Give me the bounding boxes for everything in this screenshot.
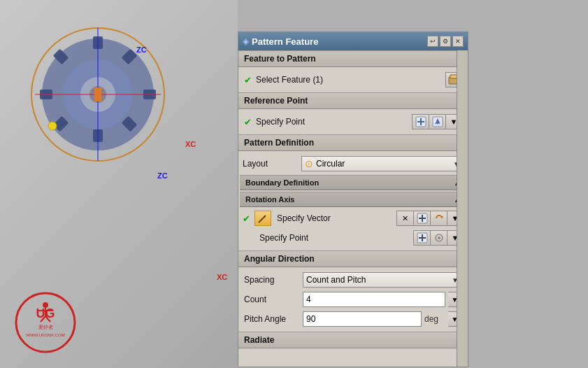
restore-button[interactable]: ↩ (427, 36, 438, 47)
specify-vector-rotate-btn[interactable] (430, 211, 447, 226)
feature-to-pattern-header[interactable]: Feature to Pattern ▲ (238, 50, 468, 67)
panel-icon: ◈ (243, 36, 249, 46)
specify-vector-row: ✔ Specify Vector ✕ ▼ (240, 208, 466, 228)
titlebar-buttons: ↩ ⚙ ✕ (427, 36, 464, 47)
svg-point-16 (48, 122, 57, 130)
feature-to-pattern-content: ✔ Select Feature (1) (238, 67, 468, 92)
pitch-angle-suffix: deg (424, 314, 445, 324)
zc-label: ZC (157, 171, 168, 180)
layout-value: Circular (316, 159, 345, 169)
pattern-definition-label: Pattern Definition (244, 138, 314, 148)
specify-vector-check: ✔ (243, 213, 250, 224)
specify-vector-btn[interactable] (254, 211, 271, 226)
pitch-angle-row: Pitch Angle deg ▼ (241, 309, 465, 329)
3d-model (21, 14, 175, 168)
spacing-label: Spacing (244, 275, 300, 285)
specify-point-rotation-row: Specify Point ▼ (240, 228, 466, 248)
svg-text:爱好者: 爱好者 (38, 325, 53, 330)
reference-point-header[interactable]: Reference Point ▲ (238, 92, 468, 109)
xc-axis-label: XC (185, 140, 196, 148)
specify-vector-label: Specify Vector (277, 213, 394, 223)
pattern-definition-header[interactable]: Pattern Definition ▲ (238, 134, 468, 151)
radiate-header[interactable]: Radiate ▲ (238, 332, 468, 348)
settings-button[interactable]: ⚙ (440, 36, 451, 47)
panel-titlebar: ◈ Pattern Feature ↩ ⚙ ✕ (238, 32, 468, 50)
3d-viewport: ZC XC ZC XC UG 爱好者 WWW.UGSNX.COM (0, 0, 238, 368)
pattern-definition-content: Layout ⊙ Circular ▼ Boundary Definition … (238, 151, 468, 250)
svg-marker-37 (440, 216, 443, 218)
specify-vector-btns: ✕ ▼ (396, 211, 464, 226)
svg-point-17 (16, 293, 75, 352)
specify-point-add-btn[interactable] (412, 114, 429, 129)
spacing-value: Count and Pitch (306, 275, 366, 285)
specify-point-check: ✔ (244, 117, 252, 127)
angular-direction-content: Spacing Count and Pitch ▼ Count ▼ Pitch … (238, 267, 468, 332)
pattern-feature-panel: ◈ Pattern Feature ↩ ⚙ ✕ Feature to Patte… (238, 31, 468, 367)
spacing-select[interactable]: Count and Pitch ▼ (303, 272, 462, 288)
boundary-definition-header[interactable]: Boundary Definition ▲ (240, 175, 466, 190)
panel-title: Pattern Feature (252, 36, 318, 47)
select-feature-label: Select Feature (1) (256, 75, 443, 85)
rotation-axis-label: Rotation Axis (245, 195, 295, 204)
specify-point-rotation-circle-btn[interactable] (430, 230, 447, 246)
reference-point-content: ✔ Specify Point ▼ (238, 109, 468, 134)
specify-point-btns: ▼ (412, 114, 462, 129)
angular-direction-label: Angular Direction (244, 254, 315, 264)
svg-point-42 (438, 236, 440, 239)
spacing-row: Spacing Count and Pitch ▼ (241, 270, 465, 290)
pitch-angle-label: Pitch Angle (244, 314, 300, 324)
layout-row: Layout ⊙ Circular ▼ (240, 154, 466, 174)
select-feature-row: ✔ Select Feature (1) (243, 70, 464, 90)
angular-direction-header[interactable]: Angular Direction ▲ (238, 250, 468, 267)
radiate-label: Radiate (244, 335, 274, 345)
panel-scrollbar[interactable] (457, 50, 468, 367)
circular-icon: ⊙ (305, 158, 313, 169)
specify-vector-cross-btn[interactable]: ✕ (396, 211, 413, 226)
svg-point-21 (43, 302, 48, 308)
specify-point-label: Specify Point (256, 117, 409, 127)
xc-label: XC (217, 273, 227, 281)
specify-point-select-btn[interactable] (429, 114, 445, 129)
specify-point-row: ✔ Specify Point ▼ (243, 112, 464, 132)
svg-text:WWW.UGSNX.COM: WWW.UGSNX.COM (26, 333, 64, 337)
svg-rect-15 (94, 87, 101, 101)
count-label: Count (244, 295, 300, 304)
layout-label: Layout (243, 159, 299, 169)
count-row: Count ▼ (241, 290, 465, 309)
specify-point-rotation-label: Specify Point (259, 233, 410, 243)
specify-point-rotation-add-btn[interactable] (413, 230, 430, 246)
rotation-axis-header[interactable]: Rotation Axis ▲ (240, 192, 466, 207)
pitch-angle-input[interactable] (303, 311, 422, 327)
count-input[interactable] (303, 292, 445, 307)
select-feature-check: ✔ (244, 75, 252, 85)
feature-to-pattern-label: Feature to Pattern (244, 54, 316, 64)
specify-vector-plus-btn[interactable] (413, 211, 430, 226)
zc-axis-label: ZC (136, 45, 147, 54)
layout-select[interactable]: ⊙ Circular ▼ (301, 156, 464, 171)
boundary-definition-label: Boundary Definition (245, 178, 319, 187)
reference-point-label: Reference Point (244, 96, 308, 106)
close-button[interactable]: ✕ (452, 36, 464, 47)
ug-logo: UG 爱好者 WWW.UGSNX.COM (14, 291, 77, 354)
